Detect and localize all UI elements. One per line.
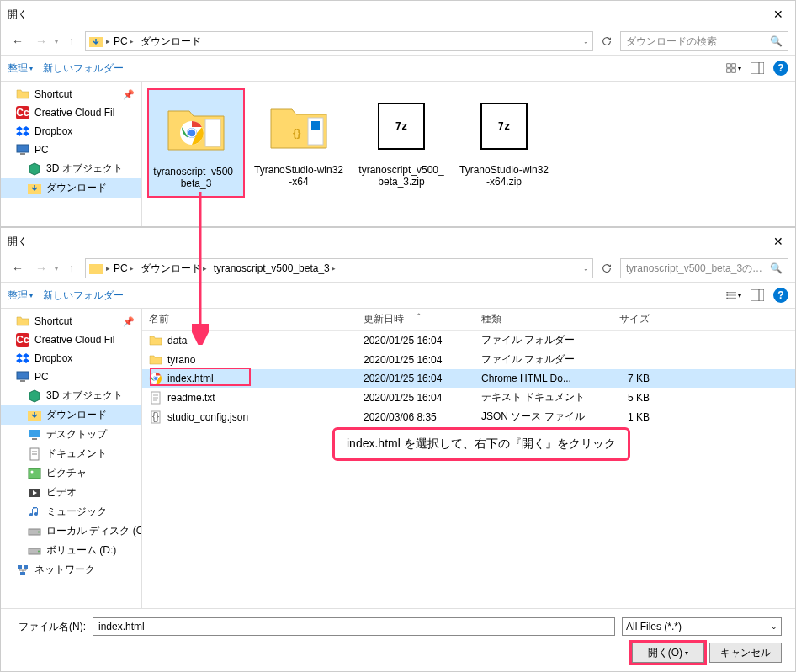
sidebar-item[interactable]: CcCreative Cloud Fil bbox=[1, 103, 141, 122]
file-thumb[interactable]: 7zTyranoStudio-win32-x64.zip bbox=[455, 88, 553, 198]
sidebar-item[interactable]: ビデオ bbox=[1, 483, 141, 502]
preview-pane-icon[interactable] bbox=[750, 61, 765, 76]
sidebar-item[interactable]: ピクチャ bbox=[1, 463, 141, 483]
close-icon[interactable]: ✕ bbox=[768, 6, 788, 23]
sidebar-item[interactable]: 3D オブジェクト bbox=[1, 159, 141, 178]
svg-point-50 bbox=[154, 377, 158, 381]
new-folder-button[interactable]: 新しいフォルダー bbox=[43, 288, 124, 303]
new-folder-button[interactable]: 新しいフォルダー bbox=[43, 61, 124, 76]
history-dropdown-icon[interactable]: ▾ bbox=[55, 38, 58, 45]
organize-button[interactable]: 整理▾ bbox=[8, 61, 33, 76]
sidebar-item[interactable]: Dropbox bbox=[1, 122, 141, 140]
sidebar-item[interactable]: ミュージック bbox=[1, 502, 141, 521]
json-icon: {} bbox=[149, 410, 162, 424]
svg-rect-10 bbox=[20, 153, 25, 155]
forward-button[interactable]: → bbox=[31, 31, 51, 51]
breadcrumb-pc[interactable]: PC▸ bbox=[110, 262, 137, 274]
sidebar-item[interactable]: ダウンロード bbox=[1, 405, 141, 425]
sidebar-item[interactable]: ボリューム (D:) bbox=[1, 541, 141, 560]
help-icon[interactable]: ? bbox=[773, 61, 788, 76]
breadcrumb-downloads[interactable]: ダウンロード▸ bbox=[137, 262, 210, 276]
column-type[interactable]: 種類 bbox=[481, 312, 591, 326]
thumb-icon bbox=[162, 93, 231, 162]
breadcrumb[interactable]: ▸ PC▸ ダウンロード ⌄ bbox=[85, 31, 593, 51]
filename-input[interactable] bbox=[93, 617, 615, 636]
sidebar-item[interactable]: Shortcut📌 bbox=[1, 312, 141, 331]
documents-icon bbox=[28, 447, 41, 461]
breadcrumb-dropdown-icon[interactable]: ⌄ bbox=[583, 38, 589, 45]
svg-rect-2 bbox=[732, 64, 736, 68]
sidebar-item[interactable]: CcCreative Cloud Fil bbox=[1, 331, 141, 349]
sidebar-item[interactable]: ダウンロード bbox=[1, 178, 141, 198]
sidebar-item-label: 3D オブジェクト bbox=[46, 161, 123, 176]
file-date: 2020/01/25 16:04 bbox=[364, 373, 481, 384]
sidebar-item-label: Dropbox bbox=[34, 352, 72, 364]
sidebar-item[interactable]: ドキュメント bbox=[1, 444, 141, 463]
preview-pane-icon[interactable] bbox=[750, 288, 765, 303]
back-button[interactable]: ← bbox=[8, 31, 28, 51]
file-date: 2020/01/25 16:04 bbox=[364, 392, 481, 404]
file-row[interactable]: {}studio_config.json2020/03/06 8:35JSON … bbox=[142, 407, 795, 426]
file-thumb[interactable]: {}TyranoStudio-win32-x64 bbox=[250, 88, 348, 198]
view-options-icon[interactable]: ▾ bbox=[726, 61, 741, 76]
sidebar-item[interactable]: ネットワーク bbox=[1, 560, 141, 579]
desktop-icon bbox=[28, 428, 41, 442]
filetype-select[interactable]: All Files (*.*) ⌄ bbox=[622, 617, 782, 636]
up-button[interactable]: ↑ bbox=[61, 258, 82, 278]
sidebar-item-label: ドキュメント bbox=[46, 447, 107, 461]
thumb-label: tyranoscript_v500_beta_3 bbox=[152, 166, 240, 189]
breadcrumb[interactable]: ▸ PC▸ ダウンロード▸ tyranoscript_v500_beta_3▸ … bbox=[85, 258, 593, 278]
sidebar-item[interactable]: ローカル ディスク (C bbox=[1, 521, 141, 541]
history-dropdown-icon[interactable]: ▾ bbox=[55, 265, 58, 273]
svg-rect-9 bbox=[17, 145, 29, 152]
open-button[interactable]: 開く(O) ▾ bbox=[632, 643, 704, 663]
3d-icon bbox=[28, 162, 41, 176]
download-icon bbox=[28, 409, 41, 422]
column-name[interactable]: 名前 bbox=[149, 312, 364, 326]
file-thumb[interactable]: 7ztyranoscript_v500_beta_3.zip bbox=[353, 88, 450, 198]
search-input[interactable]: ダウンロードの検索 🔍 bbox=[620, 31, 788, 51]
file-type: テキスト ドキュメント bbox=[481, 390, 591, 405]
file-row[interactable]: readme.txt2020/01/25 16:04テキスト ドキュメント5 K… bbox=[142, 388, 795, 407]
search-input[interactable]: tyranoscript_v500_beta_3の検索 🔍 bbox=[620, 258, 788, 278]
sidebar-item[interactable]: Shortcut📌 bbox=[1, 85, 141, 103]
svg-rect-30 bbox=[17, 372, 29, 379]
forward-button[interactable]: → bbox=[31, 258, 51, 278]
sidebar-item-label: Shortcut bbox=[34, 315, 72, 327]
dialog-title: 開く bbox=[8, 235, 28, 249]
sidebar-item[interactable]: Dropbox bbox=[1, 349, 141, 368]
bottom-bar: ファイル名(N): All Files (*.*) ⌄ 開く(O) ▾ キャンセ… bbox=[1, 608, 795, 671]
file-row[interactable]: index.html2020/01/25 16:04Chrome HTML Do… bbox=[142, 369, 795, 388]
close-icon[interactable]: ✕ bbox=[768, 233, 788, 250]
sidebar-item-label: ダウンロード bbox=[46, 181, 107, 195]
column-date[interactable]: 更新日時 bbox=[364, 312, 481, 326]
view-options-icon[interactable]: ▾ bbox=[726, 288, 741, 303]
file-row[interactable]: tyrano2020/01/25 16:04ファイル フォルダー bbox=[142, 350, 795, 369]
nav-bar: ← → ▾ ↑ ▸ PC▸ ダウンロード▸ tyranoscript_v500_… bbox=[1, 255, 795, 283]
file-thumb[interactable]: tyranoscript_v500_beta_3 bbox=[147, 88, 245, 198]
breadcrumb-downloads[interactable]: ダウンロード bbox=[137, 34, 204, 49]
back-button[interactable]: ← bbox=[8, 258, 28, 278]
refresh-button[interactable] bbox=[597, 31, 617, 51]
breadcrumb-folder[interactable]: tyranoscript_v500_beta_3▸ bbox=[210, 262, 339, 274]
up-button[interactable]: ↑ bbox=[61, 31, 82, 51]
refresh-button[interactable] bbox=[597, 258, 617, 278]
svg-text:Cc: Cc bbox=[16, 334, 29, 346]
sidebar-item-label: ネットワーク bbox=[34, 563, 95, 577]
sidebar-item[interactable]: 3D オブジェクト bbox=[1, 386, 141, 405]
breadcrumb-dropdown-icon[interactable]: ⌄ bbox=[583, 265, 589, 273]
open-dialog-1: 開く ✕ ← → ▾ ↑ ▸ PC▸ ダウンロード ⌄ ダウンロードの検索 🔍 … bbox=[0, 0, 796, 227]
file-size: 5 KB bbox=[591, 392, 650, 404]
file-row[interactable]: data2020/01/25 16:04ファイル フォルダー bbox=[142, 331, 795, 350]
sidebar-item[interactable]: PC bbox=[1, 368, 141, 386]
sidebar-item-label: ローカル ディスク (C bbox=[46, 524, 141, 538]
chevron-down-icon: ▾ bbox=[685, 649, 688, 657]
sidebar-item[interactable]: PC bbox=[1, 140, 141, 159]
column-size[interactable]: サイズ bbox=[591, 312, 650, 326]
cancel-button[interactable]: キャンセル bbox=[709, 643, 782, 663]
breadcrumb-pc[interactable]: PC▸ bbox=[110, 35, 137, 47]
help-icon[interactable]: ? bbox=[773, 288, 788, 303]
sidebar-item[interactable]: デスクトップ bbox=[1, 425, 141, 444]
filename-label: ファイル名(N): bbox=[14, 620, 86, 634]
organize-button[interactable]: 整理▾ bbox=[8, 288, 33, 303]
